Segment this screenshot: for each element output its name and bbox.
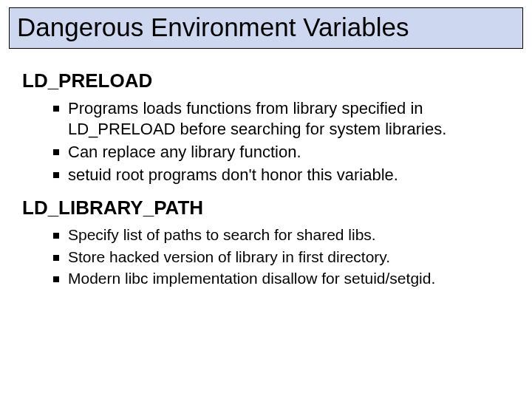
- list-item: Modern libc implementation disallow for …: [53, 269, 510, 289]
- slide-title: Dangerous Environment Variables: [17, 13, 515, 42]
- bullet-list: Programs loads functions from library sp…: [22, 98, 510, 186]
- bullet-list: Specify list of paths to search for shar…: [22, 225, 510, 290]
- list-item: setuid root programs don't honor this va…: [53, 165, 510, 185]
- slide-body: LD_PRELOAD Programs loads functions from…: [0, 49, 532, 289]
- slide-title-bar: Dangerous Environment Variables: [9, 7, 523, 49]
- section-heading: LD_LIBRARY_PATH: [22, 197, 510, 219]
- list-item: Specify list of paths to search for shar…: [53, 225, 510, 245]
- list-item: Store hacked version of library in first…: [53, 248, 510, 267]
- list-item: Programs loads functions from library sp…: [53, 98, 510, 140]
- list-item: Can replace any library function.: [53, 142, 510, 163]
- section-heading: LD_PRELOAD: [22, 69, 510, 92]
